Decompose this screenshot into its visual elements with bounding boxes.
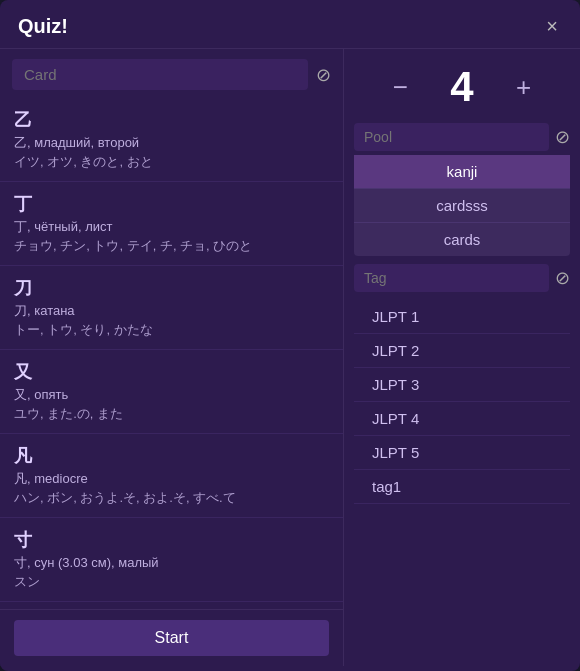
close-button[interactable]: × [542,14,562,38]
card-meaning: イツ, オツ, きのと, おと [14,153,329,171]
tag-input[interactable] [354,264,549,292]
card-kanji: 刀 [14,276,329,300]
start-btn-row: Start [0,609,343,666]
right-panel: − 4 + ⊘ kanjicardssscards ⊘ [344,49,580,666]
card-item[interactable]: 丁 丁, чётный, лист チョウ, チン, トウ, テイ, チ, チョ… [0,182,343,266]
pool-section: ⊘ kanjicardssscards [344,123,580,264]
pool-item[interactable]: cards [354,223,570,256]
search-bar: ⊘ [0,49,343,98]
card-list: 乙 乙, младший, второй イツ, オツ, きのと, おと 丁 丁… [0,98,343,609]
card-meaning: ユウ, また.の, また [14,405,329,423]
modal-header: Quiz! × [0,0,580,49]
tag-item[interactable]: JLPT 4 [354,402,570,436]
card-item[interactable]: 寸 寸, сун (3.03 см), малый スン [0,518,343,602]
tag-item[interactable]: JLPT 1 [354,300,570,334]
search-input[interactable] [12,59,308,90]
tag-item[interactable]: tag1 [354,470,570,504]
pool-input[interactable] [354,123,549,151]
card-reading: 刀, катана [14,302,329,320]
tag-item[interactable]: JLPT 3 [354,368,570,402]
tag-header-row: ⊘ [354,264,570,292]
no-symbol-icon[interactable]: ⊘ [316,64,331,86]
card-meaning: スン [14,573,329,591]
tag-item[interactable]: JLPT 2 [354,334,570,368]
tag-items-list: JLPT 1JLPT 2JLPT 3JLPT 4JLPT 5tag1 [354,296,570,658]
card-item[interactable]: 又 又, опять ユウ, また.の, また [0,350,343,434]
tag-item[interactable]: JLPT 5 [354,436,570,470]
card-kanji: 丁 [14,192,329,216]
modal-title: Quiz! [18,15,68,38]
tag-section: ⊘ JLPT 1JLPT 2JLPT 3JLPT 4JLPT 5tag1 [344,264,580,666]
card-kanji: 又 [14,360,329,384]
left-panel: ⊘ 乙 乙, младший, второй イツ, オツ, きのと, おと 丁… [0,49,344,666]
card-meaning: ハン, ボン, おうよ.そ, およ.そ, すべ.て [14,489,329,507]
count-number: 4 [438,63,486,111]
pool-no-symbol-icon[interactable]: ⊘ [555,126,570,148]
tag-no-symbol-icon[interactable]: ⊘ [555,267,570,289]
card-reading: 凡, mediocre [14,470,329,488]
pool-item[interactable]: cardsss [354,189,570,223]
card-reading: 丁, чётный, лист [14,218,329,236]
card-meaning: チョウ, チン, トウ, テイ, チ, チョ, ひのと [14,237,329,255]
card-item[interactable]: 及 及, достигать, упоминать キュ, キュウ, およ.び,… [0,602,343,609]
card-item[interactable]: 凡 凡, mediocre ハン, ボン, おうよ.そ, およ.そ, すべ.て [0,434,343,518]
card-meaning: トー, トウ, そり, かたな [14,321,329,339]
quiz-modal: Quiz! × ⊘ 乙 乙, младший, второй イツ, オツ, き… [0,0,580,671]
decrement-button[interactable]: − [387,74,414,100]
start-button[interactable]: Start [14,620,329,656]
pool-items-list: kanjicardssscards [354,155,570,256]
card-item[interactable]: 乙 乙, младший, второй イツ, オツ, きのと, おと [0,98,343,182]
card-kanji: 寸 [14,528,329,552]
card-reading: 又, опять [14,386,329,404]
pool-header-row: ⊘ [354,123,570,151]
pool-item[interactable]: kanji [354,155,570,189]
modal-body: ⊘ 乙 乙, младший, второй イツ, オツ, きのと, おと 丁… [0,49,580,666]
card-reading: 乙, младший, второй [14,134,329,152]
increment-button[interactable]: + [510,74,537,100]
card-kanji: 凡 [14,444,329,468]
card-reading: 寸, сун (3.03 см), малый [14,554,329,572]
count-row: − 4 + [344,49,580,123]
card-item[interactable]: 刀 刀, катана トー, トウ, そり, かたな [0,266,343,350]
card-kanji: 乙 [14,108,329,132]
